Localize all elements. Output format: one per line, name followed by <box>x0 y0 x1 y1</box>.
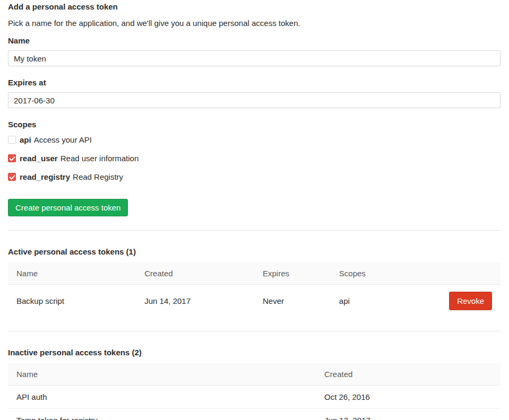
column-header-scopes: Scopes <box>331 262 434 285</box>
inactive-table-header-row: Name Created <box>8 363 501 386</box>
inactive-tokens-table: Name Created API auth Oct 26, 2016 Temp … <box>8 363 501 420</box>
personal-access-tokens-page: Add a personal access token Pick a name … <box>0 0 509 420</box>
column-header-name: Name <box>8 363 316 386</box>
scope-row-api[interactable]: apiAccess your API <box>8 134 501 145</box>
scope-label: read_registryRead Registry <box>20 171 123 182</box>
scope-description: Access your API <box>34 135 92 144</box>
scope-row-read-registry[interactable]: read_registryRead Registry <box>8 171 501 182</box>
inactive-tokens-title: Inactive personal access tokens (2) <box>8 347 501 358</box>
column-header-created: Created <box>136 262 254 285</box>
token-created-cell: Jun 13, 2017 <box>316 409 501 420</box>
token-created-cell: Jun 14, 2017 <box>136 285 254 318</box>
scope-name: read_user <box>20 154 58 163</box>
scope-row-read-user[interactable]: read_userRead user information <box>8 153 501 164</box>
name-label: Name <box>8 35 501 46</box>
scope-checkbox-read-user[interactable] <box>8 154 16 162</box>
column-header-action <box>434 262 501 285</box>
token-scopes-cell: api <box>331 285 434 318</box>
add-token-description: Pick a name for the application, and we'… <box>8 18 501 29</box>
scopes-label: Scopes <box>8 119 501 130</box>
column-header-name: Name <box>8 262 136 285</box>
active-table-header-row: Name Created Expires Scopes <box>8 262 501 285</box>
column-header-expires: Expires <box>254 262 331 285</box>
expires-label: Expires at <box>8 77 501 88</box>
token-action-cell: Revoke <box>434 285 501 318</box>
name-form-group: Name <box>8 35 501 66</box>
add-token-title: Add a personal access token <box>8 1 501 12</box>
section-divider <box>8 331 501 331</box>
scope-description: Read user information <box>61 154 139 163</box>
active-tokens-table: Name Created Expires Scopes Backup scrip… <box>8 262 501 317</box>
token-name-cell: Backup script <box>8 285 136 318</box>
table-row: API auth Oct 26, 2016 <box>8 386 501 409</box>
section-divider <box>8 230 501 231</box>
inactive-tokens-section: Inactive personal access tokens (2) Name… <box>8 347 501 420</box>
token-expires-cell: Never <box>254 285 331 318</box>
column-header-created: Created <box>316 363 501 386</box>
revoke-button[interactable]: Revoke <box>449 292 492 310</box>
scope-label: read_userRead user information <box>20 153 139 164</box>
expires-at-input[interactable] <box>8 92 501 108</box>
token-name-input[interactable] <box>8 50 501 66</box>
scope-label: apiAccess your API <box>20 134 92 145</box>
scope-name: api <box>20 135 31 144</box>
add-token-section: Add a personal access token Pick a name … <box>8 1 501 216</box>
table-row: Temp token for registry Jun 13, 2017 <box>8 409 501 420</box>
active-tokens-title: Active personal access tokens (1) <box>8 246 501 257</box>
token-created-cell: Oct 26, 2016 <box>316 386 501 409</box>
scope-checkbox-read-registry[interactable] <box>8 173 16 181</box>
expires-form-group: Expires at <box>8 77 501 108</box>
create-token-button[interactable]: Create personal access token <box>8 199 128 216</box>
token-name-cell: Temp token for registry <box>8 409 316 420</box>
scope-description: Read Registry <box>73 172 123 181</box>
table-row: Backup script Jun 14, 2017 Never api Rev… <box>8 285 501 318</box>
active-tokens-section: Active personal access tokens (1) Name C… <box>8 246 501 317</box>
token-name-cell: API auth <box>8 386 316 409</box>
scope-checkbox-api[interactable] <box>8 136 16 144</box>
scope-name: read_registry <box>20 172 70 181</box>
scopes-form-group: Scopes apiAccess your API read_userRead … <box>8 119 501 182</box>
